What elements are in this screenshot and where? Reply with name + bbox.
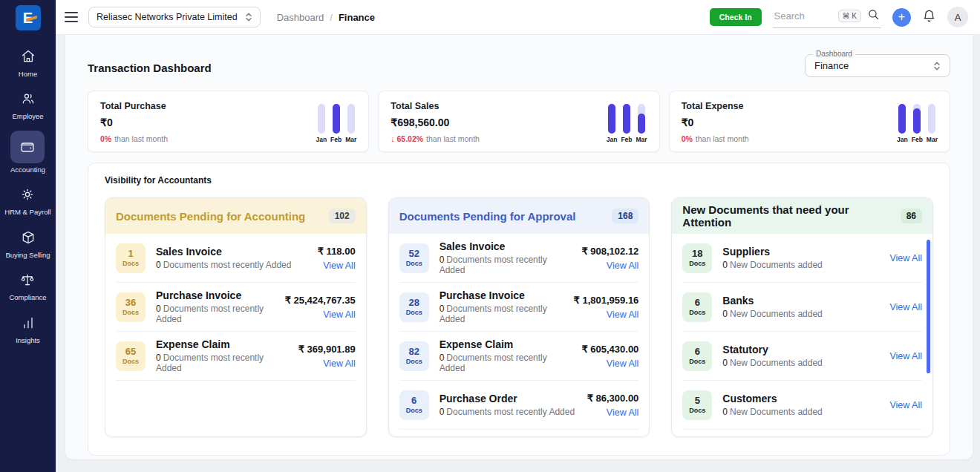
breadcrumb-dashboard[interactable]: Dashboard <box>277 12 324 23</box>
row-right: ₹ 369,901.89 View All <box>298 344 356 369</box>
card-pending-approval: Documents Pending for Approval 168 52 Do… <box>388 197 650 437</box>
row-subtitle: 0Documents most recently Added <box>440 255 572 275</box>
doc-row-banks: 6 Docs Banks 0New Documents added View A… <box>682 283 922 332</box>
view-all-link[interactable]: View All <box>587 407 639 418</box>
sidebar-item-accounting[interactable]: Accounting <box>10 131 45 174</box>
stat-delta: 0%than last month <box>682 134 749 143</box>
view-all-link[interactable]: View All <box>318 260 356 271</box>
visibility-section: Visibility for Accountants Documents Pen… <box>88 163 950 456</box>
view-all-link[interactable]: View All <box>581 260 638 271</box>
search-shortcut-badge: ⌘ K <box>838 10 861 22</box>
doc-row-sales-invoice: 52 Docs Sales Invoice 0Documents most re… <box>399 234 639 283</box>
bar-jan <box>898 104 906 134</box>
row-subtitle: 0New Documents added <box>722 358 879 368</box>
breadcrumb-finance: Finance <box>339 12 375 23</box>
visibility-grid: Documents Pending for Accounting 102 1 D… <box>105 197 933 437</box>
bar-jan <box>608 104 615 134</box>
view-all-link[interactable]: View All <box>889 302 922 312</box>
row-amount: ₹ 1,801,959.16 <box>574 295 639 306</box>
user-avatar[interactable]: A <box>947 7 968 27</box>
search-input[interactable] <box>774 10 832 22</box>
row-right: View All <box>889 302 922 312</box>
row-subtitle: 0Documents most recently Added <box>440 353 572 373</box>
docs-count-badge: 6 Docs <box>682 341 712 371</box>
view-all-link[interactable]: View All <box>889 253 922 263</box>
view-all-link[interactable]: View All <box>298 358 356 369</box>
view-all-link[interactable]: View All <box>889 351 922 361</box>
breadcrumb-separator: / <box>330 12 333 23</box>
dashboard-select[interactable]: Dashboard Finance <box>805 54 950 77</box>
docs-count-badge: 52 Docs <box>399 243 429 273</box>
app-window: E Home Employee Accounting HRM & <box>0 0 980 472</box>
row-amount: ₹ 908,102.12 <box>581 246 638 257</box>
stat-value: ₹698,560.00 <box>391 117 480 128</box>
doc-row-statutory: 6 Docs Statutory 0New Documents added Vi… <box>682 332 922 381</box>
docs-count-badge: 65 Docs <box>116 341 146 371</box>
sidebar-item-compliance[interactable]: Compliance <box>9 269 46 301</box>
row-subtitle: 0Documents most recently Added <box>156 304 275 324</box>
stat-value: ₹0 <box>682 117 749 128</box>
sidebar-item-buying-selling[interactable]: Buying Selling <box>5 226 50 259</box>
row-right: ₹ 118.00 View All <box>318 246 356 271</box>
selector-updown-icon <box>933 61 941 71</box>
sidebar-item-label: Insights <box>16 337 40 344</box>
stat-card-total-purchase: Total Purchase ₹0 0%than last month Jan … <box>88 91 369 152</box>
sidebar-item-insights[interactable]: Insights <box>15 312 42 344</box>
company-selector[interactable]: Reliasec Networks Private Limited <box>88 7 261 27</box>
row-subtitle: 0Documents most recently Added <box>156 353 288 373</box>
row-title: Statutory <box>722 344 879 355</box>
check-in-button[interactable]: Check In <box>710 8 762 26</box>
stats-row: Total Purchase ₹0 0%than last month Jan … <box>88 91 950 152</box>
employee-icon <box>15 88 42 110</box>
dashboard-panel: Transaction Dashboard Dashboard Finance … <box>65 35 973 459</box>
notifications-bell-icon[interactable] <box>922 9 936 26</box>
row-title: Suppliers <box>722 246 879 258</box>
stat-value: ₹0 <box>100 117 168 128</box>
view-all-link[interactable]: View All <box>889 400 922 410</box>
view-all-link[interactable]: View All <box>581 358 638 369</box>
sidebar-item-label: Home <box>19 71 37 78</box>
row-info: Purchase Invoice 0Documents most recentl… <box>156 289 275 324</box>
mini-bar-chart: Jan Feb Mar <box>607 101 647 143</box>
bar-mar <box>638 104 645 134</box>
doc-row-suppliers: 18 Docs Suppliers 0New Documents added V… <box>682 234 922 283</box>
stat-delta: ↓ 65.02%than last month <box>391 134 480 143</box>
wallet-icon <box>10 131 45 163</box>
hamburger-menu-icon[interactable] <box>65 12 78 22</box>
row-title: Sales Invoice <box>156 246 307 258</box>
delta-note: than last month <box>426 134 480 143</box>
bar-jan <box>318 104 325 134</box>
row-title: Customers <box>722 393 879 404</box>
bar-feb <box>333 104 340 134</box>
row-info: Expense Claim 0Documents most recently A… <box>440 338 572 373</box>
row-right: ₹ 25,424,767.35 View All <box>285 295 356 320</box>
row-right: View All <box>889 400 922 410</box>
card-rows: 18 Docs Suppliers 0New Documents added V… <box>672 234 932 436</box>
search-icon[interactable] <box>867 8 880 24</box>
card-count-badge: 168 <box>612 209 638 223</box>
gear-icon <box>14 183 41 206</box>
view-all-link[interactable]: View All <box>285 309 356 320</box>
row-info: Sales Invoice 0Documents most recently A… <box>156 246 307 270</box>
row-amount: ₹ 118.00 <box>318 246 356 257</box>
card-pending-accounting: Documents Pending for Accounting 102 1 D… <box>105 197 367 437</box>
sidebar-item-home[interactable]: Home <box>15 45 42 78</box>
row-subtitle: 0New Documents added <box>722 260 879 270</box>
sidebar-item-hrm-payroll[interactable]: HRM & Payroll <box>4 183 50 216</box>
stat-delta: 0%than last month <box>100 134 168 143</box>
card-header: Documents Pending for Approval 168 <box>389 198 650 234</box>
sidebar-item-label: HRM & Payroll <box>4 209 50 216</box>
card-title: Documents Pending for Approval <box>399 210 576 223</box>
sidebar-item-employee[interactable]: Employee <box>12 88 43 120</box>
docs-count-badge: 36 Docs <box>116 292 146 322</box>
topbar: Reliasec Networks Private Limited Dashbo… <box>56 0 980 35</box>
row-right: View All <box>889 253 922 263</box>
add-new-button[interactable]: + <box>892 8 911 27</box>
view-all-link[interactable]: View All <box>574 309 639 320</box>
docs-count-badge: 6 Docs <box>399 390 429 420</box>
stat-card-total-sales: Total Sales ₹698,560.00 ↓ 65.02%than las… <box>378 91 659 152</box>
bar-mar <box>928 104 935 134</box>
app-logo[interactable]: E <box>16 5 41 30</box>
card-rows: 1 Docs Sales Invoice 0Documents most rec… <box>105 234 366 436</box>
card-scrollbar[interactable] <box>927 240 930 373</box>
